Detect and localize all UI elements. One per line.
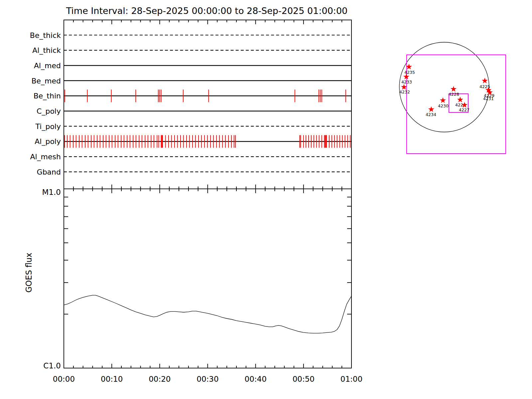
solar-disk-map: 4235423342324234423042284226422742254229…: [399, 42, 506, 154]
filter-timeline-rows: [64, 35, 351, 172]
active-region-star-4226: [457, 97, 463, 102]
goes-y-axis-title: GOES flux: [24, 253, 34, 293]
active-region-label-4228: 4228: [449, 92, 459, 97]
goes-flux-polyline: [64, 295, 351, 333]
active-region-star-4230: [440, 97, 446, 103]
active-region-label-4231: 4231: [483, 96, 494, 101]
solar-limb-circle: [399, 42, 489, 132]
panel-borders: [64, 20, 351, 368]
filter-label-al_mesh: Al_mesh: [30, 153, 61, 161]
active-region-label-4232: 4232: [399, 89, 410, 94]
active-region-star-4232: [401, 84, 407, 90]
active-region-label-4227: 4227: [459, 107, 469, 112]
x-tick-label: 00:10: [101, 375, 123, 383]
x-tick-label: 00:30: [197, 375, 218, 383]
plot-canvas: Time Interval: 28-Sep-2025 00:00:00 to 2…: [0, 0, 532, 399]
goes-panel-border: [64, 189, 351, 368]
goes-y-bottom-label: C1.0: [43, 361, 61, 370]
active-region-label-4233: 4233: [401, 79, 412, 84]
x-tick-label: 00:00: [53, 375, 75, 383]
generated-text-labels: 00:0000:1000:2000:3000:4000:5001:00Be_th…: [30, 31, 362, 384]
x-tick-label: 00:20: [149, 375, 171, 383]
active-region-star-4228: [451, 86, 457, 92]
goes-flux-curve: [64, 295, 351, 333]
filter-label-al_poly: Al_poly: [35, 137, 61, 146]
x-tick-label: 00:50: [293, 375, 315, 383]
active-region-label-4234: 4234: [426, 112, 436, 117]
exposure-event-ticks: [65, 89, 350, 148]
x-tick-label: 01:00: [340, 375, 362, 383]
page-title: Time Interval: 28-Sep-2025 00:00:00 to 2…: [66, 6, 348, 16]
goes-log-ticks: [64, 197, 351, 314]
filter-label-gband: Gband: [37, 168, 61, 176]
active-region-label-4235: 4235: [404, 70, 415, 75]
timeline-panel-border: [64, 20, 351, 189]
filter-label-c_poly: C_poly: [37, 107, 61, 116]
filter-label-be_thin: Be_thin: [34, 92, 61, 100]
time-axis-ticks: [64, 20, 351, 368]
active-region-star-4234: [428, 106, 434, 112]
goes-y-top-label: M1.0: [42, 188, 61, 197]
filter-label-be_med: Be_med: [31, 77, 61, 85]
x-tick-label: 00:40: [245, 375, 267, 383]
active-region-star-4225: [482, 78, 488, 83]
filter-label-al_med: Al_med: [34, 62, 61, 70]
screenshot-stage: Time Interval: 28-Sep-2025 00:00:00 to 2…: [0, 0, 532, 399]
filter-label-ti_poly: Ti_poly: [35, 122, 61, 131]
filter-label-al_thick: Al_thick: [32, 46, 61, 55]
filter-label-be_thick: Be_thick: [30, 31, 61, 40]
active-region-label-4230: 4230: [438, 103, 449, 108]
